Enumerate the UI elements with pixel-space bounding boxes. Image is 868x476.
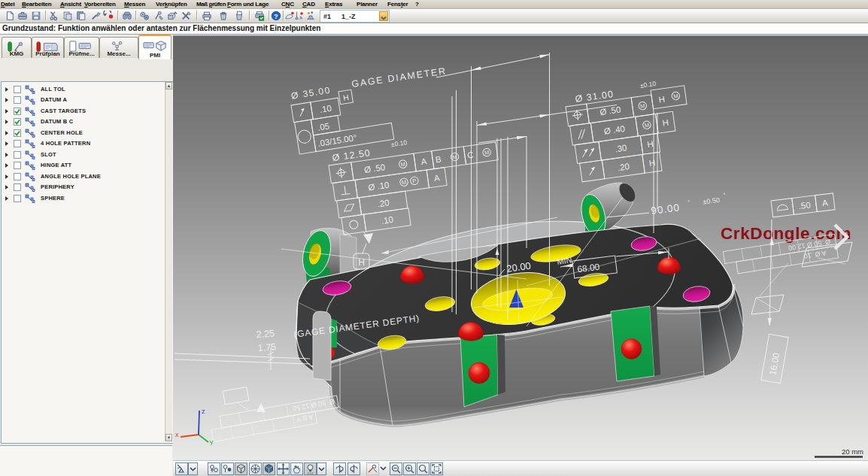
svg-text:.20: .20 — [617, 162, 630, 172]
svg-text:.50: .50 — [798, 200, 811, 211]
svg-text:H: H — [358, 257, 365, 268]
svg-text:A: A — [299, 16, 302, 20]
svg-text:H: H — [662, 118, 669, 128]
svg-text:.10: .10 — [381, 215, 394, 226]
svg-text:.05: .05 — [317, 121, 330, 132]
svg-text:CrkDongle.com: CrkDongle.com — [721, 224, 851, 243]
svg-text:H: H — [658, 95, 666, 105]
svg-text:M: M — [452, 153, 457, 161]
svg-text:.30: .30 — [615, 143, 628, 153]
svg-text:M: M — [640, 102, 645, 110]
svg-text:H: H — [648, 158, 656, 168]
svg-text:20 mm: 20 mm — [842, 447, 863, 456]
svg-text:C: C — [466, 150, 474, 160]
svg-text:XYZ: XYZ — [308, 471, 314, 475]
svg-text:2.25: 2.25 — [256, 328, 275, 340]
svg-text:M: M — [484, 149, 489, 156]
svg-text:z: z — [202, 408, 205, 415]
svg-text:M: M — [401, 179, 406, 186]
svg-text:M: M — [644, 122, 649, 129]
svg-text:M: M — [400, 161, 405, 168]
svg-text:M: M — [673, 92, 678, 100]
svg-text:?: ? — [274, 13, 278, 20]
svg-text:H: H — [647, 139, 654, 149]
svg-text:x: x — [175, 431, 179, 438]
svg-text:.20: .20 — [377, 198, 390, 208]
svg-text:Y: Y — [209, 439, 214, 447]
svg-text:.10: .10 — [319, 104, 332, 114]
